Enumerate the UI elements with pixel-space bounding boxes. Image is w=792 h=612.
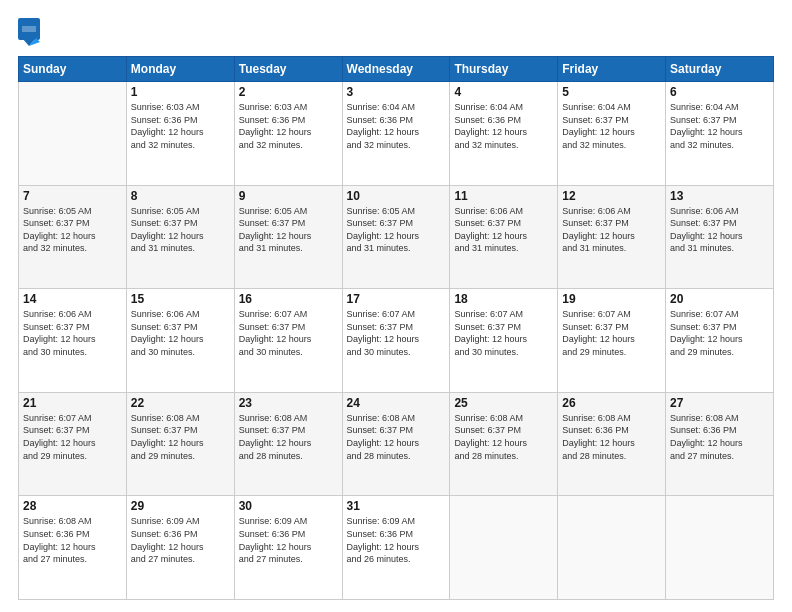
day-info: Sunrise: 6:08 AM Sunset: 6:37 PM Dayligh… <box>454 412 553 462</box>
calendar-cell: 9Sunrise: 6:05 AM Sunset: 6:37 PM Daylig… <box>234 185 342 289</box>
day-info: Sunrise: 6:06 AM Sunset: 6:37 PM Dayligh… <box>131 308 230 358</box>
day-info: Sunrise: 6:08 AM Sunset: 6:36 PM Dayligh… <box>23 515 122 565</box>
day-info: Sunrise: 6:05 AM Sunset: 6:37 PM Dayligh… <box>239 205 338 255</box>
day-info: Sunrise: 6:06 AM Sunset: 6:37 PM Dayligh… <box>670 205 769 255</box>
calendar-cell: 25Sunrise: 6:08 AM Sunset: 6:37 PM Dayli… <box>450 392 558 496</box>
day-number: 11 <box>454 189 553 203</box>
day-info: Sunrise: 6:09 AM Sunset: 6:36 PM Dayligh… <box>239 515 338 565</box>
calendar-cell: 16Sunrise: 6:07 AM Sunset: 6:37 PM Dayli… <box>234 289 342 393</box>
calendar-header-row: SundayMondayTuesdayWednesdayThursdayFrid… <box>19 57 774 82</box>
weekday-header: Thursday <box>450 57 558 82</box>
calendar-cell: 13Sunrise: 6:06 AM Sunset: 6:37 PM Dayli… <box>666 185 774 289</box>
day-info: Sunrise: 6:04 AM Sunset: 6:37 PM Dayligh… <box>670 101 769 151</box>
header <box>18 18 774 46</box>
day-number: 1 <box>131 85 230 99</box>
day-info: Sunrise: 6:05 AM Sunset: 6:37 PM Dayligh… <box>131 205 230 255</box>
day-info: Sunrise: 6:03 AM Sunset: 6:36 PM Dayligh… <box>239 101 338 151</box>
calendar-cell: 14Sunrise: 6:06 AM Sunset: 6:37 PM Dayli… <box>19 289 127 393</box>
day-number: 5 <box>562 85 661 99</box>
calendar-cell <box>666 496 774 600</box>
day-number: 15 <box>131 292 230 306</box>
day-info: Sunrise: 6:09 AM Sunset: 6:36 PM Dayligh… <box>131 515 230 565</box>
day-number: 22 <box>131 396 230 410</box>
calendar-cell: 21Sunrise: 6:07 AM Sunset: 6:37 PM Dayli… <box>19 392 127 496</box>
day-info: Sunrise: 6:09 AM Sunset: 6:36 PM Dayligh… <box>347 515 446 565</box>
calendar-cell: 20Sunrise: 6:07 AM Sunset: 6:37 PM Dayli… <box>666 289 774 393</box>
day-number: 16 <box>239 292 338 306</box>
calendar-cell: 7Sunrise: 6:05 AM Sunset: 6:37 PM Daylig… <box>19 185 127 289</box>
day-info: Sunrise: 6:07 AM Sunset: 6:37 PM Dayligh… <box>454 308 553 358</box>
day-info: Sunrise: 6:07 AM Sunset: 6:37 PM Dayligh… <box>23 412 122 462</box>
day-number: 18 <box>454 292 553 306</box>
page: SundayMondayTuesdayWednesdayThursdayFrid… <box>0 0 792 612</box>
day-info: Sunrise: 6:08 AM Sunset: 6:37 PM Dayligh… <box>131 412 230 462</box>
day-number: 28 <box>23 499 122 513</box>
calendar-cell: 29Sunrise: 6:09 AM Sunset: 6:36 PM Dayli… <box>126 496 234 600</box>
day-number: 30 <box>239 499 338 513</box>
day-number: 6 <box>670 85 769 99</box>
calendar-cell: 1Sunrise: 6:03 AM Sunset: 6:36 PM Daylig… <box>126 82 234 186</box>
calendar-week-row: 21Sunrise: 6:07 AM Sunset: 6:37 PM Dayli… <box>19 392 774 496</box>
day-info: Sunrise: 6:08 AM Sunset: 6:37 PM Dayligh… <box>347 412 446 462</box>
calendar-week-row: 28Sunrise: 6:08 AM Sunset: 6:36 PM Dayli… <box>19 496 774 600</box>
day-info: Sunrise: 6:06 AM Sunset: 6:37 PM Dayligh… <box>23 308 122 358</box>
day-number: 2 <box>239 85 338 99</box>
calendar-week-row: 1Sunrise: 6:03 AM Sunset: 6:36 PM Daylig… <box>19 82 774 186</box>
calendar-cell: 28Sunrise: 6:08 AM Sunset: 6:36 PM Dayli… <box>19 496 127 600</box>
day-number: 24 <box>347 396 446 410</box>
weekday-header: Monday <box>126 57 234 82</box>
day-info: Sunrise: 6:07 AM Sunset: 6:37 PM Dayligh… <box>670 308 769 358</box>
calendar-week-row: 7Sunrise: 6:05 AM Sunset: 6:37 PM Daylig… <box>19 185 774 289</box>
calendar-cell: 18Sunrise: 6:07 AM Sunset: 6:37 PM Dayli… <box>450 289 558 393</box>
calendar-cell: 8Sunrise: 6:05 AM Sunset: 6:37 PM Daylig… <box>126 185 234 289</box>
day-info: Sunrise: 6:06 AM Sunset: 6:37 PM Dayligh… <box>562 205 661 255</box>
day-info: Sunrise: 6:07 AM Sunset: 6:37 PM Dayligh… <box>347 308 446 358</box>
day-number: 27 <box>670 396 769 410</box>
day-info: Sunrise: 6:04 AM Sunset: 6:37 PM Dayligh… <box>562 101 661 151</box>
calendar-cell: 11Sunrise: 6:06 AM Sunset: 6:37 PM Dayli… <box>450 185 558 289</box>
day-number: 13 <box>670 189 769 203</box>
day-number: 7 <box>23 189 122 203</box>
calendar-cell: 15Sunrise: 6:06 AM Sunset: 6:37 PM Dayli… <box>126 289 234 393</box>
calendar-cell <box>19 82 127 186</box>
calendar-cell: 4Sunrise: 6:04 AM Sunset: 6:36 PM Daylig… <box>450 82 558 186</box>
day-number: 17 <box>347 292 446 306</box>
calendar-cell <box>558 496 666 600</box>
calendar-cell: 27Sunrise: 6:08 AM Sunset: 6:36 PM Dayli… <box>666 392 774 496</box>
calendar-cell: 22Sunrise: 6:08 AM Sunset: 6:37 PM Dayli… <box>126 392 234 496</box>
calendar-cell: 26Sunrise: 6:08 AM Sunset: 6:36 PM Dayli… <box>558 392 666 496</box>
calendar-cell: 6Sunrise: 6:04 AM Sunset: 6:37 PM Daylig… <box>666 82 774 186</box>
day-info: Sunrise: 6:08 AM Sunset: 6:36 PM Dayligh… <box>670 412 769 462</box>
day-info: Sunrise: 6:08 AM Sunset: 6:36 PM Dayligh… <box>562 412 661 462</box>
calendar-cell: 31Sunrise: 6:09 AM Sunset: 6:36 PM Dayli… <box>342 496 450 600</box>
day-number: 10 <box>347 189 446 203</box>
calendar-cell: 12Sunrise: 6:06 AM Sunset: 6:37 PM Dayli… <box>558 185 666 289</box>
calendar-cell: 24Sunrise: 6:08 AM Sunset: 6:37 PM Dayli… <box>342 392 450 496</box>
day-info: Sunrise: 6:04 AM Sunset: 6:36 PM Dayligh… <box>454 101 553 151</box>
day-number: 23 <box>239 396 338 410</box>
day-info: Sunrise: 6:04 AM Sunset: 6:36 PM Dayligh… <box>347 101 446 151</box>
day-number: 20 <box>670 292 769 306</box>
day-number: 21 <box>23 396 122 410</box>
calendar-week-row: 14Sunrise: 6:06 AM Sunset: 6:37 PM Dayli… <box>19 289 774 393</box>
weekday-header: Sunday <box>19 57 127 82</box>
day-info: Sunrise: 6:08 AM Sunset: 6:37 PM Dayligh… <box>239 412 338 462</box>
calendar-cell: 5Sunrise: 6:04 AM Sunset: 6:37 PM Daylig… <box>558 82 666 186</box>
day-number: 29 <box>131 499 230 513</box>
day-number: 8 <box>131 189 230 203</box>
weekday-header: Tuesday <box>234 57 342 82</box>
day-number: 31 <box>347 499 446 513</box>
calendar-cell: 17Sunrise: 6:07 AM Sunset: 6:37 PM Dayli… <box>342 289 450 393</box>
calendar-cell <box>450 496 558 600</box>
day-info: Sunrise: 6:03 AM Sunset: 6:36 PM Dayligh… <box>131 101 230 151</box>
day-number: 12 <box>562 189 661 203</box>
day-number: 9 <box>239 189 338 203</box>
weekday-header: Friday <box>558 57 666 82</box>
day-number: 4 <box>454 85 553 99</box>
weekday-header: Saturday <box>666 57 774 82</box>
svg-marker-3 <box>22 26 36 32</box>
day-number: 3 <box>347 85 446 99</box>
day-number: 19 <box>562 292 661 306</box>
calendar-table: SundayMondayTuesdayWednesdayThursdayFrid… <box>18 56 774 600</box>
day-info: Sunrise: 6:07 AM Sunset: 6:37 PM Dayligh… <box>239 308 338 358</box>
